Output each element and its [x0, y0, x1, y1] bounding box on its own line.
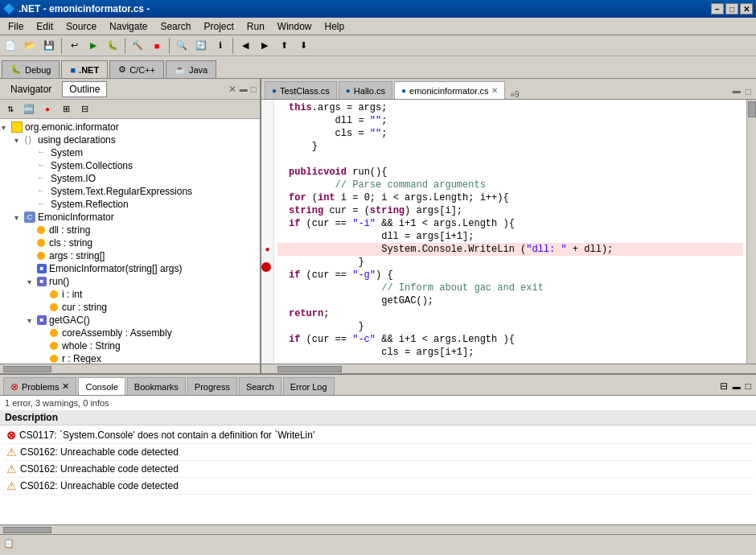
menu-project[interactable]: Project [197, 18, 240, 35]
outline-tree: ▾org.emonic.informator▾⟨⟩using declarati… [0, 119, 260, 364]
tree-item[interactable]: r : Regex [0, 352, 260, 364]
bottom-panel-min[interactable]: ▬ [731, 380, 742, 393]
tab-emonic[interactable]: ● emonicinformator.cs ✕ [394, 81, 505, 99]
persp-net[interactable]: ■ .NET [61, 60, 108, 78]
tab-console[interactable]: Console [78, 377, 125, 395]
tree-item[interactable]: ▾■getGAC() [0, 314, 260, 327]
fold-marker-1[interactable]: ● [261, 243, 273, 256]
tb-search[interactable]: 🔍 [173, 37, 191, 55]
tree-item[interactable]: ▾CEmonicInformator [0, 211, 260, 224]
persp-net-label: .NET [79, 65, 99, 75]
tree-item[interactable]: ■EmonicInformator(string[] args) [0, 262, 260, 275]
tab-navigator[interactable]: Navigator [3, 81, 59, 97]
tb-refresh[interactable]: 🔄 [192, 37, 210, 55]
persp-java[interactable]: ☕ Java [166, 60, 216, 78]
tree-item[interactable]: ←System.Collections [0, 159, 260, 172]
tb-nav1[interactable]: ⬆ [275, 37, 293, 55]
problem-item[interactable]: ⚠CS0162: Unreachable code detected [3, 461, 753, 478]
tab-testclass-label: TestClass.cs [280, 86, 330, 96]
minimize-button[interactable]: − [711, 3, 724, 14]
outline-expand[interactable]: ⊞ [57, 101, 75, 118]
outline-sort[interactable]: ⇅ [2, 101, 19, 118]
tb-open[interactable]: 📂 [21, 37, 39, 55]
tree-item[interactable]: cls : string [0, 236, 260, 249]
tab-bookmarks[interactable]: Bookmarks [127, 377, 186, 395]
tb-new[interactable]: 📄 [2, 37, 19, 55]
persp-cpp[interactable]: ⚙ C/C++ [109, 60, 164, 78]
close-button[interactable]: ✕ [740, 3, 753, 14]
tree-item[interactable]: cur : string [0, 301, 260, 314]
tree-item[interactable]: ←System.Reflection [0, 198, 260, 211]
bottom-panel-menu[interactable]: ⊟ [718, 379, 729, 393]
tree-item[interactable]: ←System [0, 146, 260, 159]
tb-build[interactable]: 🔨 [129, 37, 146, 55]
tb-info[interactable]: ℹ [212, 37, 229, 55]
menu-file[interactable]: File [2, 18, 30, 35]
bottom-panel-max[interactable]: □ [744, 379, 753, 393]
tree-item[interactable]: ▾■run() [0, 275, 260, 288]
tb-forward[interactable]: ▶ [256, 37, 273, 55]
tree-item[interactable]: ▾⟨⟩using declarations [0, 134, 260, 146]
tb-nav2[interactable]: ⬇ [294, 37, 312, 55]
panel-maximize-icon[interactable]: □ [251, 84, 257, 95]
code-line: System.Console.WriteLin ("dll: " + dll); [277, 243, 743, 256]
persp-debug[interactable]: 🐛 Debug [2, 60, 60, 78]
tab-progress[interactable]: Progress [187, 377, 237, 395]
tab-search[interactable]: Search [239, 377, 281, 395]
editor-hscrollbar[interactable] [261, 364, 756, 373]
menu-search[interactable]: Search [154, 18, 197, 35]
editor-vscrollbar[interactable] [746, 100, 756, 364]
right-panel: ● TestClass.cs ● Hallo.cs ● emonicinform… [261, 79, 756, 373]
menu-navigate[interactable]: Navigate [103, 18, 154, 35]
persp-cpp-label: C/C++ [129, 65, 155, 75]
panel-close-icon[interactable]: ✕ [228, 84, 236, 95]
tree-item[interactable]: args : string[] [0, 249, 260, 262]
debug-icon: 🐛 [10, 64, 22, 75]
toolbar-sep-3 [169, 38, 170, 54]
tb-undo[interactable]: ↩ [65, 37, 83, 55]
tree-item[interactable]: dll : string [0, 224, 260, 236]
editor-tabs-overflow[interactable]: »9 [510, 90, 519, 99]
cpp-icon: ⚙ [118, 64, 126, 75]
outline-collapse[interactable]: ⊟ [76, 101, 93, 118]
problem-item[interactable]: ⊗CS0117: `System.Console' does not conta… [3, 427, 753, 444]
tree-item[interactable]: ←System.IO [0, 172, 260, 185]
editor-max-icon[interactable]: □ [744, 84, 753, 99]
bottom-hscrollbar[interactable] [0, 524, 756, 534]
tab-error-log[interactable]: Error Log [283, 377, 335, 395]
tab-testclass[interactable]: ● TestClass.cs [265, 81, 337, 99]
problem-item[interactable]: ⚠CS0162: Unreachable code detected [3, 478, 753, 495]
left-panel: Navigator Outline ✕ ▬ □ ⇅ 🔤 ● ⊞ ⊟ ▾org.e… [0, 79, 261, 373]
left-panel-scrollbar[interactable] [0, 364, 260, 373]
error-icon: ⊗ [6, 429, 16, 442]
menu-run[interactable]: Run [240, 18, 271, 35]
tree-item[interactable]: ←System.Text.RegularExpressions [0, 185, 260, 198]
tree-item[interactable]: ▾org.emonic.informator [0, 121, 260, 134]
tb-back[interactable]: ◀ [236, 37, 254, 55]
outline-filter[interactable]: 🔤 [20, 101, 38, 118]
tab-hallo[interactable]: ● Hallo.cs [339, 81, 392, 99]
tb-save[interactable]: 💾 [40, 37, 58, 55]
tb-run[interactable]: ▶ [84, 37, 102, 55]
maximize-button[interactable]: □ [725, 3, 738, 14]
code-editor[interactable]: ● this.args = args; dll = ""; cls = ""; … [261, 100, 756, 364]
panel-minimize-icon[interactable]: ▬ [240, 84, 248, 93]
menu-help[interactable]: Help [318, 18, 351, 35]
menu-edit[interactable]: Edit [30, 18, 60, 35]
outline-hide[interactable]: ● [39, 101, 56, 118]
title-bar-controls: − □ ✕ [711, 3, 753, 14]
problem-item[interactable]: ⚠CS0162: Unreachable code detected [3, 444, 753, 461]
menu-window[interactable]: Window [271, 18, 318, 35]
tab-problems[interactable]: ⊗ Problems ✕ [3, 377, 76, 395]
tb-stop[interactable]: ■ [148, 37, 166, 55]
tree-item[interactable]: whole : String [0, 339, 260, 352]
tree-item[interactable]: coreAssembly : Assembly [0, 327, 260, 339]
editor-min-icon[interactable]: ▬ [731, 84, 742, 99]
tab-outline[interactable]: Outline [62, 81, 107, 97]
status-bar: 📋 [0, 534, 756, 552]
tb-debug[interactable]: 🐛 [104, 37, 121, 55]
tab-problems-close[interactable]: ✕ [62, 381, 69, 392]
tab-emonic-close[interactable]: ✕ [491, 86, 498, 95]
tree-item[interactable]: i : int [0, 288, 260, 301]
menu-source[interactable]: Source [60, 18, 103, 35]
